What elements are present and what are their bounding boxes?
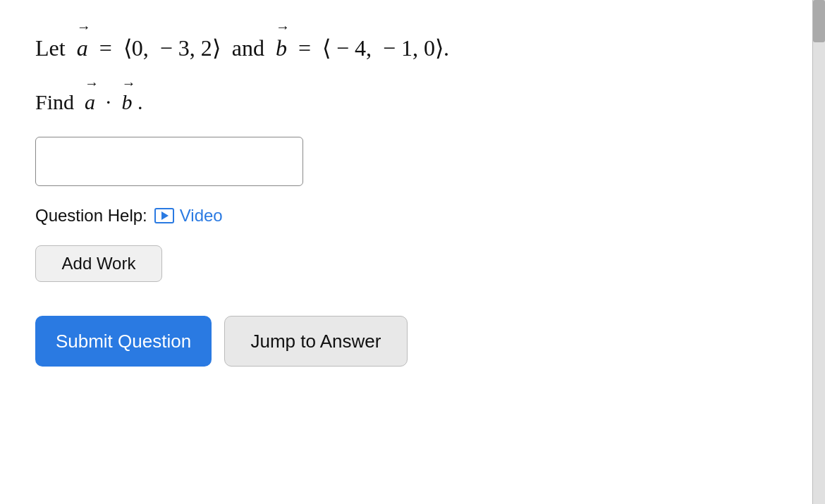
jump-to-answer-button[interactable]: Jump to Answer (224, 316, 408, 367)
answer-input[interactable] (35, 137, 303, 186)
problem-statement: Let → a = ⟨0, − 3, 2⟩ and → b = ⟨ − 4, −… (35, 28, 777, 65)
find-text: Find (35, 90, 80, 113)
question-help-row: Question Help: Video (35, 206, 777, 226)
vector-b: → b (276, 28, 287, 65)
vector-a-components: ⟨0, − 3, 2⟩ (123, 35, 221, 61)
add-work-wrapper: Add Work (35, 245, 777, 282)
vector-b-components: ⟨ − 4, − 1, 0⟩. (322, 35, 449, 61)
add-work-button[interactable]: Add Work (35, 245, 162, 282)
jump-label: Jump to Answer (251, 331, 381, 352)
period: . (138, 90, 143, 113)
submit-button[interactable]: Submit Question (35, 316, 212, 367)
equals-sign-2: = (293, 35, 317, 61)
video-label: Video (180, 206, 223, 226)
answer-input-wrapper (35, 137, 777, 186)
find-vector-b: → b (122, 85, 133, 117)
video-icon (154, 208, 174, 223)
scrollbar-thumb[interactable] (813, 0, 825, 42)
question-help-label: Question Help: (35, 206, 147, 226)
action-buttons-row: Submit Question Jump to Answer (35, 316, 777, 367)
find-statement: Find → a · → b . (35, 85, 777, 117)
play-triangle (161, 211, 169, 220)
equals-sign-1: = (94, 35, 118, 61)
and-text: and (226, 35, 270, 61)
main-content: Let → a = ⟨0, − 3, 2⟩ and → b = ⟨ − 4, −… (0, 0, 812, 504)
video-link[interactable]: Video (154, 206, 223, 226)
add-work-label: Add Work (62, 254, 136, 273)
vector-a: → a (77, 28, 88, 65)
let-text: Let (35, 35, 71, 61)
scrollbar[interactable] (812, 0, 825, 504)
submit-label: Submit Question (56, 331, 191, 352)
find-vector-a: → a (85, 85, 95, 117)
dot-operator: · (101, 90, 117, 113)
